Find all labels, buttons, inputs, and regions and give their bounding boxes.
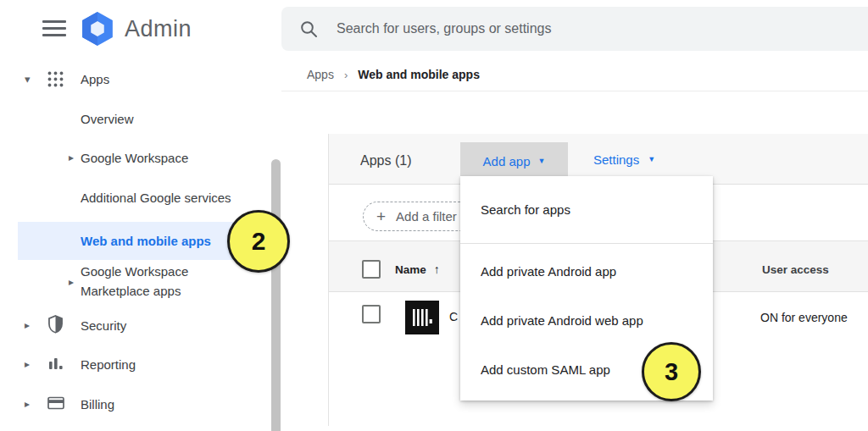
google-admin-logo: Admin [80, 11, 192, 47]
credit-card-icon [47, 395, 65, 411]
apps-expand-caret-icon[interactable]: ▾ [25, 74, 31, 85]
sort-ascending-icon: ↑ [434, 262, 440, 276]
marketplace-line1: Google Workspace [81, 264, 188, 279]
app-title: Admin [125, 16, 192, 42]
sidebar-item-security[interactable]: Security [81, 318, 126, 333]
sidebar-item-label: Web and mobile apps [81, 234, 211, 248]
sidebar-item-overview[interactable]: Overview [81, 112, 134, 126]
apps-count-label: Apps (1) [360, 153, 411, 169]
admin-hexagon-icon [80, 11, 115, 47]
sidebar-item-google-workspace[interactable]: Google Workspace [81, 151, 188, 165]
google-workspace-caret-icon[interactable]: ▸ [69, 152, 74, 163]
reporting-caret-icon[interactable]: ▸ [25, 359, 30, 369]
breadcrumb-separator-icon: › [344, 69, 348, 81]
breadcrumb-divider [281, 91, 868, 91]
breadcrumb-apps-link[interactable]: Apps [307, 68, 334, 81]
column-header-user-access: User access [762, 263, 829, 276]
plus-icon: + [376, 208, 386, 224]
settings-label: Settings [593, 152, 639, 167]
settings-dropdown-icon: ▼ [648, 156, 655, 163]
marketplace-apps-caret-icon[interactable]: ▸ [69, 277, 74, 287]
sidebar-item-additional-google-services[interactable]: Additional Google services [81, 191, 231, 205]
annotation-step-2: 2 [227, 210, 290, 273]
menu-item-search-for-apps[interactable]: Search for apps [460, 176, 713, 244]
name-header-label: Name [395, 263, 426, 276]
sidebar-item-apps[interactable]: Apps [81, 72, 109, 86]
bar-chart-icon [47, 356, 64, 372]
breadcrumb: Apps › Web and mobile apps [307, 68, 480, 81]
select-all-checkbox[interactable] [362, 260, 381, 279]
breadcrumb-current: Web and mobile apps [358, 68, 480, 81]
search-icon [300, 20, 318, 38]
apps-grid-icon [47, 70, 64, 88]
app-name-cell[interactable]: C [449, 310, 458, 323]
sidebar-item-billing[interactable]: Billing [81, 397, 114, 412]
security-caret-icon[interactable]: ▸ [25, 320, 30, 330]
add-app-dropdown-icon: ▼ [537, 157, 545, 165]
row-checkbox[interactable] [362, 305, 381, 323]
billing-caret-icon[interactable]: ▸ [25, 399, 30, 409]
global-search-bar[interactable]: Search for users, groups or settings [281, 7, 868, 51]
shield-icon [47, 315, 64, 334]
add-filter-label: Add a filter [396, 209, 457, 224]
menu-item-add-private-android-app[interactable]: Add private Android app [460, 246, 713, 296]
menu-item-add-private-android-web-app[interactable]: Add private Android web app [460, 296, 713, 345]
app-logo-icon [405, 301, 439, 334]
sidebar-item-reporting[interactable]: Reporting [81, 357, 136, 372]
search-placeholder: Search for users, groups or settings [337, 21, 551, 36]
menu-hamburger-icon[interactable] [42, 20, 66, 36]
column-header-name[interactable]: Name ↑ [395, 262, 440, 276]
user-access-cell: ON for everyone [760, 311, 848, 324]
add-app-button[interactable]: Add app ▼ [460, 142, 568, 180]
marketplace-line2: Marketplace apps [81, 284, 181, 298]
add-app-label: Add app [483, 154, 531, 169]
settings-button[interactable]: Settings ▼ [593, 152, 655, 167]
admin-console-screen: Admin Search for users, groups or settin… [0, 0, 868, 431]
annotation-step-3: 3 [642, 342, 701, 401]
sidebar-item-marketplace-apps[interactable]: Google Workspace Marketplace apps [81, 262, 188, 301]
sidebar-scrollbar[interactable] [271, 159, 281, 431]
